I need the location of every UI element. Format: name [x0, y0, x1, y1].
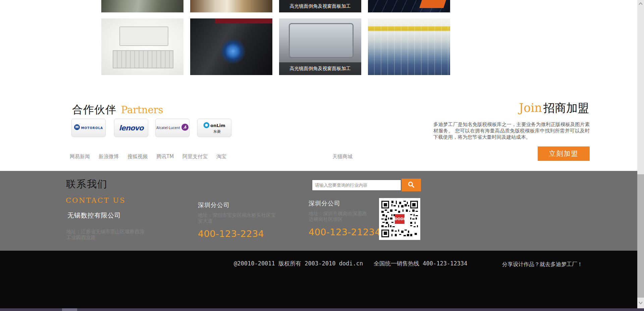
join-description: 多迪梦工厂是知名免版税模板库之一，主要业务为微利正版模板及图片素材服务。 您可以… [433, 121, 590, 140]
sales-hotline: 全国统一销售热线 400-123-12334 [374, 260, 467, 267]
horizontal-scrollbar-thumb[interactable] [62, 308, 77, 311]
branch-address-line1: 地址：深圳市横岗街深惠路 [309, 211, 381, 216]
industry-search-input[interactable] [312, 180, 401, 191]
link-taobao[interactable]: 淘宝 [216, 153, 226, 160]
image-caption: 高光镜面倒角及视窗面板加工 [279, 0, 361, 12]
branch-address-line2: 边横岗社区坝区 [309, 216, 381, 222]
motorola-icon: M [74, 124, 80, 131]
branch-shenzhen-1: 深圳分公司 地址：深圳市宝安区福永桥头社区宝 安大道 400-123-2234 [198, 201, 276, 239]
partner-logo-donlim[interactable]: onLim 东菱 [197, 119, 231, 137]
link-alipay[interactable]: 阿里支付宝 [182, 153, 208, 160]
image-caption: 高光镜面倒角及视窗面板加工 [279, 62, 361, 75]
qr-code: DODI [379, 198, 420, 240]
product-image[interactable] [190, 18, 272, 75]
product-image[interactable]: 高光镜面倒角及视窗面板加工 [279, 18, 361, 75]
svg-text:M: M [75, 125, 78, 129]
link-tmall[interactable]: 天猫商城 [332, 153, 353, 160]
partner-links-row: 网易新闻 新浪微博 搜狐视频 腾讯TM 阿里支付宝 淘宝 [70, 153, 226, 160]
company-name: 无锡数控有限公司 [67, 211, 121, 220]
join-title-en: Join [519, 101, 542, 115]
partner-logo-alcatel-lucent[interactable]: Alcatel·Lucent [155, 119, 190, 137]
product-image[interactable]: 高光镜面倒角及视窗面板加工 [279, 0, 361, 12]
contact-title-en: CONTACT US [66, 196, 126, 204]
lenovo-label: lenovo [119, 124, 144, 132]
join-title-zh: 招商加盟 [543, 101, 589, 115]
link-sina-weibo[interactable]: 新浪微博 [99, 153, 119, 160]
search-button[interactable] [401, 179, 421, 191]
donlim-label-zh: 东菱 [213, 130, 221, 134]
join-now-button[interactable]: 立刻加盟 [538, 146, 590, 161]
alcatel-swirl-icon [181, 124, 189, 132]
branch-address: 地址：深圳市宝安区福永桥头社区宝 安大道 [198, 212, 276, 224]
contact-title-zh: 联系我们 [66, 178, 108, 191]
partner-logo-motorola[interactable]: M MOTOROLA [71, 119, 106, 137]
product-image[interactable] [368, 18, 450, 75]
branch-address-line2: 安大道 [198, 218, 276, 224]
product-image[interactable] [368, 0, 450, 12]
svg-text:DODI: DODI [394, 217, 405, 221]
branch-shenzhen-2: 深圳分公司 地址：深圳市横岗街深惠路 边横岗社区坝区 400-123-21234 [309, 199, 381, 237]
product-image[interactable] [190, 0, 272, 12]
branch-name: 深圳分公司 [309, 199, 381, 207]
scrollbar-thumb[interactable] [637, 174, 644, 298]
company-address-line2: 工业园西业路 [66, 235, 144, 240]
branch-phone: 400-123-2234 [198, 229, 276, 239]
scroll-down-arrow-icon[interactable] [637, 299, 644, 307]
company-address-line1: 地址：江苏省无锡市惠山区堰桥西漳 [66, 229, 144, 235]
join-heading: Join招商加盟 [433, 101, 589, 116]
branch-phone: 400-123-21234 [309, 227, 381, 237]
product-image[interactable] [101, 18, 183, 75]
footer-slogan: 分享设计作品？就去多迪梦工厂！ [502, 261, 583, 268]
alcatel-label: Alcatel·Lucent [156, 126, 180, 130]
link-tencent-tm[interactable]: 腾讯TM [156, 153, 174, 160]
copyright-text: @20010-20011 版权所有 2003-2010 dodi.cn [234, 260, 363, 267]
horizontal-scrollbar[interactable] [0, 308, 644, 311]
branch-address-line1: 地址：深圳市宝安区福永桥头社区宝 [198, 212, 276, 218]
contact-footer: 联系我们 CONTACT US 无锡数控有限公司 地址：江苏省无锡市惠山区堰桥西… [0, 171, 637, 251]
branch-address: 地址：深圳市横岗街深惠路 边横岗社区坝区 [309, 211, 381, 222]
partners-title-en: Partners [121, 104, 163, 116]
partners-title-zh: 合作伙伴 [72, 103, 116, 116]
donlim-label-en: onLim [210, 123, 225, 128]
link-sohu-video[interactable]: 搜狐视频 [127, 153, 148, 160]
donlim-d-icon [203, 122, 210, 130]
motorola-label: MOTOROLA [81, 126, 103, 130]
vertical-scrollbar[interactable] [637, 0, 644, 308]
search-icon [408, 181, 415, 189]
product-image[interactable] [101, 0, 183, 12]
partner-logo-lenovo[interactable]: lenovo [114, 119, 148, 137]
company-address: 地址：江苏省无锡市惠山区堰桥西漳 工业园西业路 [66, 229, 144, 240]
copyright-bar: @20010-20011 版权所有 2003-2010 dodi.cn 全国统一… [0, 251, 637, 308]
link-netease-news[interactable]: 网易新闻 [70, 153, 90, 160]
scroll-up-arrow-icon[interactable] [637, 1, 644, 7]
partners-heading: 合作伙伴Partners [72, 103, 163, 117]
branch-name: 深圳分公司 [198, 201, 276, 209]
